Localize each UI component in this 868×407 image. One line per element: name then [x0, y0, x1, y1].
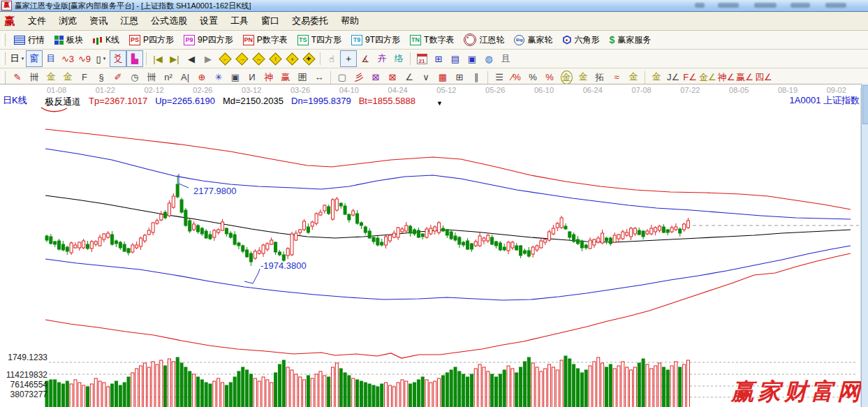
gold-angle-icon[interactable]: 金∠ [698, 69, 717, 86]
wave-av-icon[interactable]: ≈ [608, 69, 625, 86]
percent-slash-icon[interactable]: ∕% [508, 69, 524, 86]
gann-all-icon[interactable]: ✚ [300, 50, 317, 67]
fractal-tool-icon[interactable]: 络 [390, 50, 407, 67]
ying-tool-icon[interactable]: 赢 [277, 69, 294, 86]
winner-wheel-button[interactable]: Big赢家轮 [509, 33, 557, 47]
time-cycle-icon[interactable]: ◷ [126, 69, 143, 86]
next-bar-icon[interactable]: ▶ [200, 50, 216, 67]
kline-chart-canvas[interactable] [0, 84, 868, 407]
web-link-icon[interactable]: ◍ [480, 50, 497, 67]
menu-item-交易委托[interactable]: 交易委托 [286, 13, 334, 29]
chart-window-icon[interactable]: 窗 [26, 50, 43, 67]
h-range-icon[interactable]: ↔ [311, 69, 328, 86]
gann-grid-2-icon[interactable]: 卌 [143, 69, 160, 86]
9t-square-button[interactable]: T99T四方形 [346, 33, 405, 47]
pattern-tool-icon[interactable]: 爻 [110, 50, 126, 67]
toolbar-grip[interactable] [2, 52, 6, 65]
number-grid-icon[interactable]: 囲 [294, 69, 311, 86]
hexagon-button[interactable]: 六角形 [557, 33, 604, 47]
toolbar-grip[interactable] [2, 34, 6, 46]
calendar-icon[interactable]: 21 [413, 50, 430, 67]
calculator-icon[interactable]: ⊞ [430, 50, 447, 67]
j-angle-icon[interactable]: J∠ [665, 69, 682, 86]
gann-shape-tool-icon[interactable]: 卉 [374, 50, 390, 67]
star-cycle-icon[interactable]: ✳ [210, 69, 227, 86]
gann-v-expand-icon[interactable]: ↕ [267, 50, 284, 67]
title-bar[interactable]: 赢 赢家江恩专业版[赢家内部服务平台] - [上证指数 SH1A0001-162… [0, 0, 868, 12]
brush-icon[interactable]: ✎ [9, 69, 26, 86]
gann-wheel-button[interactable]: 江恩轮 [459, 32, 509, 47]
spiral-icon[interactable]: § [93, 69, 110, 86]
wave-count-icon[interactable]: И [244, 69, 260, 86]
fan-box-2-icon[interactable]: ⊠ [384, 69, 401, 86]
gann-h-expand-icon[interactable]: ↔ [250, 50, 267, 67]
p-number-table-label: P数字表 [257, 34, 288, 46]
period-daily-icon[interactable]: 日▼ [9, 50, 26, 67]
9p-square-button[interactable]: P99P四方形 [179, 33, 238, 47]
chevron-down-icon[interactable]: ▼ [436, 100, 443, 107]
gann-cross-icon[interactable]: ＋ [284, 50, 300, 67]
prev-bar-icon[interactable]: ◀ [183, 50, 200, 67]
ying-angle-icon[interactable]: 赢∠ [735, 69, 754, 86]
wave-3-icon[interactable]: ∿3 [59, 50, 76, 67]
crosshair-tool-icon[interactable]: ＋ [340, 50, 357, 67]
gann-right-icon[interactable]: → [233, 50, 250, 67]
save-data-icon[interactable]: ▣ [464, 50, 480, 67]
p-square-button[interactable]: PSP四方形 [124, 33, 179, 47]
parallel-lines-icon[interactable]: ∥ [468, 69, 485, 86]
trade-brush-icon[interactable]: 拓 [591, 69, 608, 86]
p-number-table-button[interactable]: PNP数字表 [238, 33, 293, 47]
menu-item-窗口[interactable]: 窗口 [255, 13, 286, 29]
histogram-tool-icon[interactable]: ▙ [126, 50, 143, 67]
scrollbar-thumb[interactable] [862, 85, 868, 124]
menu-item-文件[interactable]: 文件 [22, 13, 52, 29]
winner-service-button[interactable]: $赢家服务 [604, 33, 656, 47]
gold-circle-icon[interactable]: 金 [558, 69, 575, 86]
titlebar-blur [754, 3, 777, 8]
t-square-button[interactable]: TST四方形 [293, 33, 346, 47]
shen-angle-icon[interactable]: 神∠ [717, 69, 736, 86]
price-ruler-icon[interactable]: ☰ [491, 69, 508, 86]
vertical-scrollbar[interactable] [861, 84, 868, 407]
f-angle-icon[interactable]: F∠ [682, 69, 698, 86]
percent-icon[interactable]: % [524, 69, 541, 86]
last-bar-icon[interactable]: ▶| [166, 50, 183, 67]
v-wave-icon[interactable]: ∨ [418, 69, 434, 86]
quote-list-icon[interactable]: 目 [43, 50, 59, 67]
menu-item-公式选股[interactable]: 公式选股 [145, 13, 193, 29]
kline-button[interactable]: K线 [88, 33, 124, 47]
wave-9-icon[interactable]: ∿9 [76, 50, 93, 67]
shen-tool-icon[interactable]: 神 [260, 69, 277, 86]
menu-item-资讯[interactable]: 资讯 [83, 13, 114, 29]
grid-arrow-icon[interactable]: ⊞ [451, 69, 468, 86]
menu-item-帮助[interactable]: 帮助 [334, 13, 365, 29]
quotes-button[interactable]: 行情 [9, 33, 50, 47]
boxed-star-icon[interactable]: ▣ [227, 69, 244, 86]
first-bar-icon[interactable]: |◀ [149, 50, 166, 67]
gann-left-icon[interactable]: ← [216, 50, 233, 67]
menu-item-设置[interactable]: 设置 [193, 13, 224, 29]
n-square-icon[interactable]: n² [160, 69, 177, 86]
pan-tool-icon[interactable]: ☝ [323, 50, 340, 67]
t-number-table-button[interactable]: TNT数字表 [405, 33, 459, 47]
fan-lines-icon[interactable]: 彡 [351, 69, 367, 86]
fan-box-icon[interactable]: ⊠ [367, 69, 384, 86]
trend-angle-icon[interactable]: ∠ [401, 69, 418, 86]
chart-area[interactable]: 01-0801-2202-1202-2603-1203-2604-1004-24… [0, 84, 868, 407]
gann-grid-icon[interactable]: 卌 [26, 69, 43, 86]
candle-style-icon[interactable]: ▯▼ [93, 50, 110, 67]
red-grid-icon[interactable]: ▦ [434, 69, 451, 86]
menu-item-工具[interactable]: 工具 [224, 13, 255, 29]
menu-item-浏览[interactable]: 浏览 [52, 13, 83, 29]
menu-item-江恩[interactable]: 江恩 [114, 13, 145, 29]
report-editor-icon[interactable]: ▤ [447, 50, 464, 67]
sectors-button[interactable]: 板块 [50, 33, 88, 47]
angle-measure-icon[interactable]: A| [177, 69, 193, 86]
circle-cross-icon[interactable]: ⊕ [193, 69, 210, 86]
box-tool-icon[interactable]: ▢ [334, 69, 351, 86]
toolbar-grip[interactable] [2, 71, 6, 84]
print-icon[interactable]: 且 [497, 50, 514, 67]
brush-2-icon[interactable]: ✐ [110, 69, 126, 86]
four-angle-icon[interactable]: 四∠ [754, 69, 773, 86]
angle-line-tool-icon[interactable]: ∡ [357, 50, 374, 67]
